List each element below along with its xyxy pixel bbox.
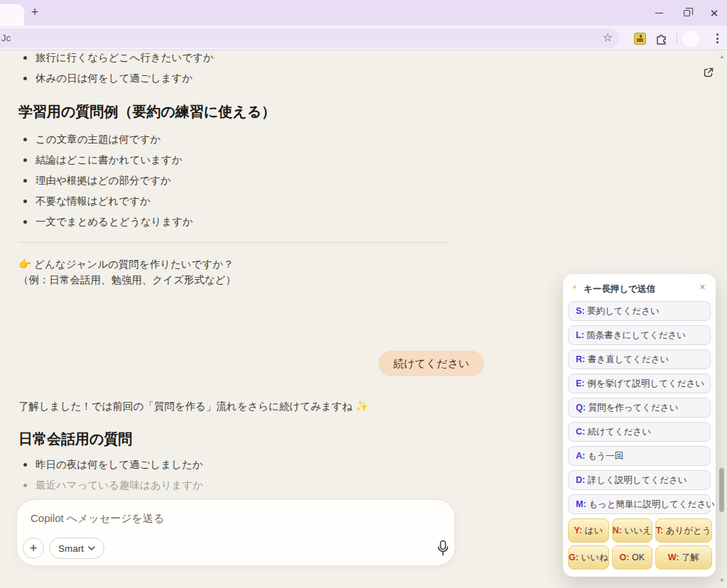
window-close-button[interactable]: ✕ — [702, 4, 726, 21]
shortcut-continue[interactable]: C続けてください — [568, 422, 711, 442]
study-bullet-list: この文章の主題は何ですか 結論はどこに書かれていますか 理由や根拠はどの部分です… — [18, 134, 193, 236]
message-input[interactable] — [29, 510, 427, 526]
list-item: 結論はどこに書かれていますか — [18, 154, 193, 165]
mode-selector-button[interactable]: Smart — [49, 538, 104, 559]
extension-favicon[interactable] — [634, 33, 646, 45]
message-divider — [18, 242, 449, 243]
daily-section-heading: 日常会話用の質問 — [18, 430, 132, 449]
minimize-icon — [655, 13, 663, 13]
list-item: 最近ハマっている趣味はありますか — [18, 479, 203, 491]
conversation-bullet-list: 旅行に行くならどこへ行きたいですか 休みの日は何をして過ごしますか — [18, 52, 214, 93]
page-scrollbar-thumb[interactable] — [719, 468, 724, 512]
address-text: Jc — [1, 33, 11, 43]
quick-yes-button[interactable]: Yはい — [568, 518, 609, 543]
shortcut-simpler[interactable]: Mもっと簡単に説明してください — [568, 494, 711, 514]
tab-close-icon[interactable]: ✕ — [0, 9, 2, 21]
list-item: 理由や根拠はどの部分ですか — [18, 175, 193, 186]
shortcut-bulletize[interactable]: L箇条書きにしてください — [568, 325, 711, 345]
list-item: 休みの日は何をして過ごしますか — [18, 72, 214, 84]
bookmark-star-icon[interactable]: ☆ — [603, 31, 613, 44]
microphone-icon[interactable] — [432, 537, 454, 560]
user-message-bubble: 続けてください — [378, 351, 484, 376]
mode-label: Smart — [58, 543, 84, 554]
extensions-puzzle-icon[interactable] — [655, 31, 669, 45]
chevron-down-icon — [88, 546, 95, 550]
daily-bullet-list: 昨日の夜は何をして過ごしましたか 最近ハマっている趣味はありますか — [18, 459, 203, 500]
restore-icon — [684, 10, 690, 16]
browser-menu-icon[interactable] — [711, 31, 723, 45]
list-item: 昨日の夜は何をして過ごしましたか — [18, 459, 203, 470]
window-minimize-button[interactable] — [647, 4, 671, 21]
followup-question-line: 👉 どんなジャンルの質問を作りたいですか？ — [18, 256, 234, 272]
quick-thanks-button[interactable]: Tありがとう — [655, 518, 712, 543]
message-composer: + Smart — [16, 499, 455, 566]
quick-no-button[interactable]: Nいいえ — [612, 518, 652, 543]
quick-reply-grid: Yはい Nいいえ Tありがとう Gいいね OOK W了解 — [568, 518, 711, 570]
active-tab[interactable]: ✕ — [0, 4, 24, 26]
quick-roger-button[interactable]: W了解 — [655, 545, 712, 570]
shortcut-rewrite[interactable]: R書き直してください — [568, 349, 711, 369]
lightning-icon: ⚡ — [572, 283, 577, 293]
close-icon: ✕ — [710, 8, 719, 18]
toolbar-separator — [677, 33, 677, 43]
window-restore-button[interactable] — [674, 4, 699, 21]
panel-header: ⚡ キー長押しで送信 ✕ — [572, 281, 707, 297]
attach-plus-button[interactable]: + — [23, 538, 44, 559]
shortcut-detail[interactable]: D詳しく説明してください — [568, 470, 711, 490]
shortcut-again[interactable]: Aもう一回 — [568, 446, 711, 466]
list-item: 一文でまとめるとどうなりますか — [18, 216, 193, 227]
quick-like-button[interactable]: Gいいね — [568, 545, 609, 570]
browser-toolbar: Jc ☆ — [0, 26, 727, 50]
list-item: 不要な情報はどれですか — [18, 195, 193, 207]
address-bar[interactable]: Jc ☆ — [0, 28, 619, 48]
shortcut-question[interactable]: Q質問を作ってください — [568, 398, 711, 418]
panel-close-icon[interactable]: ✕ — [699, 283, 706, 292]
share-icon[interactable] — [701, 65, 716, 80]
shortcut-panel: ⚡ キー長押しで送信 ✕ S要約してください L箇条書きにしてください R書き直… — [563, 274, 716, 577]
list-item: この文章の主題は何ですか — [18, 134, 193, 145]
assistant-reply-intro: 了解しました！では前回の「質問を作る」流れをさらに続けてみますね ✨ — [18, 398, 368, 414]
followup-example-line: （例：日常会話用、勉強用、クイズ形式など） — [18, 272, 236, 288]
panel-title: キー長押しで送信 — [584, 283, 655, 295]
new-tab-button[interactable]: + — [27, 5, 43, 21]
scrollbar-down-arrow[interactable]: ▼ — [718, 577, 726, 584]
tab-strip: ✕ + ✕ — [0, 0, 727, 26]
profile-avatar[interactable] — [682, 31, 699, 47]
shortcut-example[interactable]: E例を挙げて説明してください — [568, 374, 711, 393]
list-item: 旅行に行くならどこへ行きたいですか — [18, 52, 214, 63]
study-section-heading: 学習用の質問例（要約の練習に使える） — [18, 102, 275, 121]
quick-ok-button[interactable]: OOK — [612, 545, 652, 570]
shortcut-summarize[interactable]: S要約してください — [568, 301, 711, 321]
scrollbar-up-arrow[interactable]: ▲ — [718, 53, 726, 60]
